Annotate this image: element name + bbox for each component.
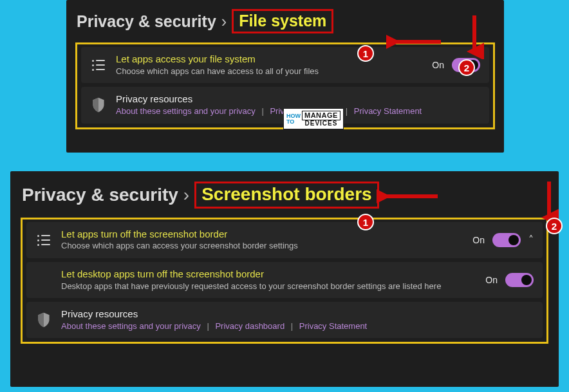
settings-area: Let apps turn off the screenshot border … — [21, 218, 548, 344]
shield-icon — [35, 312, 52, 328]
link-separator: | — [257, 106, 267, 116]
setting-title: Let apps access your file system — [116, 53, 423, 66]
link-privacy-statement[interactable]: Privacy Statement — [299, 321, 368, 331]
panel-file-system: Privacy & security › File system Let app… — [66, 0, 504, 153]
breadcrumb-separator: › — [183, 185, 189, 205]
link-privacy-statement[interactable]: Privacy Statement — [354, 106, 422, 116]
link-separator: | — [203, 321, 212, 331]
breadcrumb-current: File system — [232, 9, 333, 33]
chevron-up-icon[interactable]: ˄ — [528, 234, 534, 246]
setting-title: Let apps turn off the screenshot border — [61, 229, 463, 241]
setting-row-apps-border[interactable]: Let apps turn off the screenshot border … — [26, 222, 543, 258]
toggle-switch[interactable] — [492, 233, 521, 247]
breadcrumb-current: Screenshot borders — [194, 182, 379, 209]
setting-title: Privacy resources — [116, 93, 480, 106]
breadcrumb: Privacy & security › Screenshot borders — [21, 179, 548, 218]
annotation-badge-2: 2 — [546, 218, 563, 234]
list-icon — [90, 59, 107, 71]
toggle-state-label: On — [472, 235, 485, 245]
toggle-state-label: On — [432, 60, 444, 70]
breadcrumb-root[interactable]: Privacy & security — [77, 12, 216, 31]
setting-desc: Choose which apps can have access to all… — [116, 66, 423, 77]
annotation-badge-2: 2 — [458, 59, 475, 76]
privacy-links: About these settings and your privacy | … — [61, 321, 534, 332]
annotation-badge-1: 1 — [357, 214, 374, 230]
setting-title: Let desktop apps turn off the screenshot… — [61, 268, 476, 281]
setting-desc: Desktop apps that have previously reques… — [61, 281, 476, 292]
breadcrumb-root[interactable]: Privacy & security — [22, 185, 178, 205]
setting-row-privacy-resources: Privacy resources About these settings a… — [26, 302, 543, 338]
setting-desc: Choose which apps can access your screen… — [61, 240, 463, 252]
link-about-settings[interactable]: About these settings and your privacy — [61, 321, 201, 331]
breadcrumb-separator: › — [221, 12, 227, 31]
setting-row-file-access[interactable]: Let apps access your file system Choose … — [81, 47, 489, 83]
panel-screenshot-borders: Privacy & security › Screenshot borders … — [10, 171, 559, 387]
breadcrumb: Privacy & security › File system — [75, 6, 495, 42]
shield-icon — [90, 97, 107, 113]
annotation-badge-1: 1 — [357, 45, 374, 62]
link-separator: | — [287, 321, 297, 331]
link-about-settings[interactable]: About these settings and your privacy — [116, 106, 256, 116]
link-privacy-dashboard[interactable]: Privacy dashboard — [215, 321, 284, 331]
toggle-switch[interactable] — [505, 273, 534, 287]
toggle-state-label: On — [485, 275, 498, 285]
setting-title: Privacy resources — [61, 308, 534, 321]
setting-row-desktop-apps-border[interactable]: Let desktop apps turn off the screenshot… — [26, 262, 543, 298]
watermark-logo: HOWTO MANAGE DEVICES — [283, 108, 344, 129]
list-icon — [35, 234, 52, 246]
